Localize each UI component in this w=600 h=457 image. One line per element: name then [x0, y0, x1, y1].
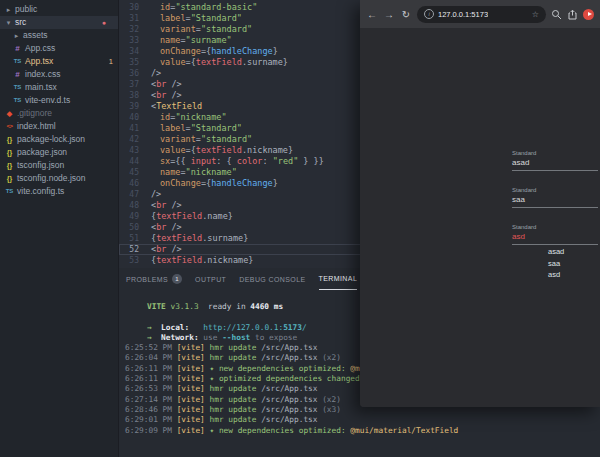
- chevron-right-icon: ▸: [12, 29, 21, 42]
- code-text: id="standard-basic": [139, 2, 257, 13]
- output-text: asad: [548, 247, 564, 256]
- code-text: <br />: [139, 244, 182, 255]
- folder-row-src[interactable]: ▾src●: [0, 16, 118, 29]
- code-text: <br />: [139, 222, 182, 233]
- file-row-main.tsx[interactable]: TSmain.tsx: [0, 81, 118, 94]
- line-number: 50: [119, 222, 139, 233]
- file-label: tsconfig.node.json: [17, 172, 86, 185]
- ts-file-icon: TS: [12, 55, 23, 68]
- code-text: id="nickname": [139, 112, 227, 123]
- chevron-down-icon: ▾: [4, 16, 13, 29]
- file-label: index.html: [17, 120, 56, 133]
- file-label: App.css: [25, 42, 55, 55]
- record-extension-icon[interactable]: [583, 9, 594, 20]
- file-row-vite.config.ts[interactable]: TSvite.config.ts: [0, 185, 118, 198]
- line-number: 36: [119, 68, 139, 79]
- line-number: 38: [119, 90, 139, 101]
- code-text: />: [139, 189, 161, 200]
- back-button[interactable]: ←: [366, 9, 378, 20]
- file-row-index.html[interactable]: <>index.html: [0, 120, 118, 133]
- line-number: 51: [119, 233, 139, 244]
- terminal-line: 6:29:09 PM [vite] ✦ new dependencies opt…: [125, 426, 600, 435]
- line-number: 34: [119, 46, 139, 57]
- css-file-icon: #: [12, 68, 23, 81]
- file-label: package.json: [17, 146, 67, 159]
- text-field-value: saa: [512, 195, 598, 204]
- code-text: name="nickname": [139, 167, 237, 178]
- text-field-standard-1[interactable]: Standardasad: [512, 150, 598, 171]
- forward-button[interactable]: →: [383, 9, 395, 20]
- line-number: 35: [119, 57, 139, 68]
- line-number: 30: [119, 2, 139, 13]
- line-number: 53: [119, 255, 139, 266]
- ts-file-icon: TS: [12, 94, 23, 107]
- file-label: main.tsx: [25, 81, 57, 94]
- file-row-App.css[interactable]: #App.css: [0, 42, 118, 55]
- site-info-icon[interactable]: i: [424, 9, 434, 19]
- share-icon[interactable]: [567, 9, 578, 20]
- file-label: public: [15, 3, 37, 16]
- git-file-icon: ◆: [4, 107, 15, 120]
- chevron-right-icon: ▸: [4, 3, 13, 16]
- file-problems-badge: 1: [109, 55, 113, 68]
- code-text: onChange={handleChange}: [139, 46, 278, 57]
- code-text: value={textField.surname}: [139, 57, 288, 68]
- code-text: <br />: [139, 90, 182, 101]
- code-text: onChange={handleChange}: [139, 178, 278, 189]
- file-row-package-lock.json[interactable]: {}package-lock.json: [0, 133, 118, 146]
- html-file-icon: <>: [4, 120, 15, 133]
- code-text: <br />: [139, 79, 182, 90]
- line-number: 48: [119, 200, 139, 211]
- text-field-underline-icon: [512, 244, 598, 245]
- line-number: 32: [119, 24, 139, 35]
- bookmark-star-icon[interactable]: ☆: [532, 10, 539, 19]
- line-number: 33: [119, 35, 139, 46]
- text-field-value: asd: [512, 232, 598, 241]
- text-field-value: asad: [512, 158, 598, 167]
- file-label: tsconfig.json: [17, 159, 64, 172]
- folder-row-public[interactable]: ▸public: [0, 3, 118, 16]
- output-text: saa: [548, 259, 560, 268]
- problems-count-badge: 1: [172, 274, 182, 284]
- file-row-tsconfig.json[interactable]: {}tsconfig.json: [0, 159, 118, 172]
- tab-output[interactable]: OUTPUT: [195, 268, 226, 290]
- file-row-App.tsx[interactable]: TSApp.tsx1: [0, 55, 118, 68]
- tab-debug-console[interactable]: DEBUG CONSOLE: [239, 268, 305, 290]
- code-text: variant="standard": [139, 134, 252, 145]
- tab-terminal[interactable]: TERMINAL: [319, 268, 358, 290]
- file-row-package.json[interactable]: {}package.json: [0, 146, 118, 159]
- address-bar[interactable]: i 127.0.0.1:5173 ☆: [417, 6, 546, 23]
- code-text: <TextField: [139, 101, 202, 112]
- file-tree: ▸public▾src●▸assets#App.cssTSApp.tsx1#in…: [0, 3, 118, 198]
- text-field-standard-2[interactable]: Standardsaa: [512, 187, 598, 208]
- text-field-standard-3[interactable]: Standardasd: [512, 224, 598, 245]
- file-label: .gitignore: [17, 107, 52, 120]
- search-icon[interactable]: [551, 9, 562, 20]
- line-number: 42: [119, 134, 139, 145]
- line-number: 39: [119, 101, 139, 112]
- modified-dot-icon: ●: [102, 16, 106, 29]
- file-row-index.css[interactable]: #index.css: [0, 68, 118, 81]
- line-number: 43: [119, 145, 139, 156]
- line-number: 31: [119, 13, 139, 24]
- css-file-icon: #: [12, 42, 23, 55]
- line-number: 46: [119, 178, 139, 189]
- file-label: vite.config.ts: [17, 185, 64, 198]
- text-field-label: Standard: [512, 187, 598, 193]
- code-text: label="Standard": [139, 123, 242, 134]
- code-text: name="surname": [139, 35, 232, 46]
- file-row-tsconfig.node.json[interactable]: {}tsconfig.node.json: [0, 172, 118, 185]
- json-file-icon: {}: [4, 146, 15, 159]
- file-row-vite-env.d.ts[interactable]: TSvite-env.d.ts: [0, 94, 118, 107]
- line-number: 37: [119, 79, 139, 90]
- output-text: asd: [548, 270, 560, 279]
- vscode-window: ▸public▾src●▸assets#App.cssTSApp.tsx1#in…: [0, 0, 600, 457]
- code-text: {textField.nickname}: [139, 255, 253, 266]
- folder-row-assets[interactable]: ▸assets: [0, 29, 118, 42]
- tab-problems[interactable]: PROBLEMS1: [126, 268, 182, 290]
- line-number: 52: [119, 244, 139, 255]
- file-label: assets: [23, 29, 48, 42]
- file-row-.gitignore[interactable]: ◆.gitignore: [0, 107, 118, 120]
- reload-button[interactable]: ↻: [400, 9, 412, 20]
- json-file-icon: {}: [4, 133, 15, 146]
